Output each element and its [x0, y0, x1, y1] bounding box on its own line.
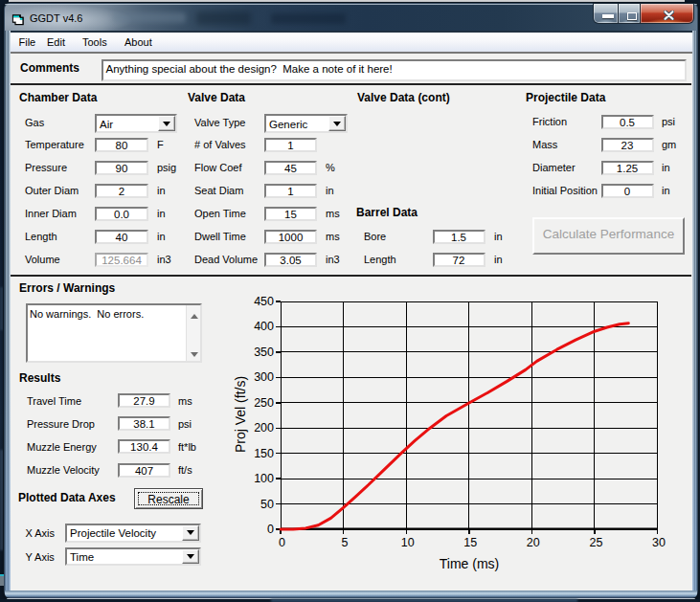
svg-text:350: 350 [254, 346, 274, 359]
svg-text:300: 300 [254, 370, 274, 384]
svg-text:10: 10 [401, 536, 415, 549]
svg-text:450: 450 [254, 295, 274, 308]
svg-text:0: 0 [279, 536, 285, 549]
svg-text:150: 150 [254, 447, 274, 460]
svg-text:0: 0 [267, 523, 274, 536]
svg-text:Time (ms): Time (ms) [440, 556, 499, 571]
svg-text:5: 5 [342, 536, 349, 549]
svg-text:400: 400 [254, 320, 274, 333]
svg-text:Proj Vel (ft/s): Proj Vel (ft/s) [233, 376, 248, 453]
svg-text:15: 15 [463, 536, 477, 549]
svg-text:100: 100 [254, 472, 274, 485]
svg-text:250: 250 [254, 396, 274, 410]
svg-text:30: 30 [652, 536, 666, 549]
svg-text:20: 20 [527, 536, 540, 549]
svg-text:25: 25 [589, 536, 602, 549]
svg-text:50: 50 [260, 498, 274, 511]
svg-text:200: 200 [254, 421, 274, 435]
